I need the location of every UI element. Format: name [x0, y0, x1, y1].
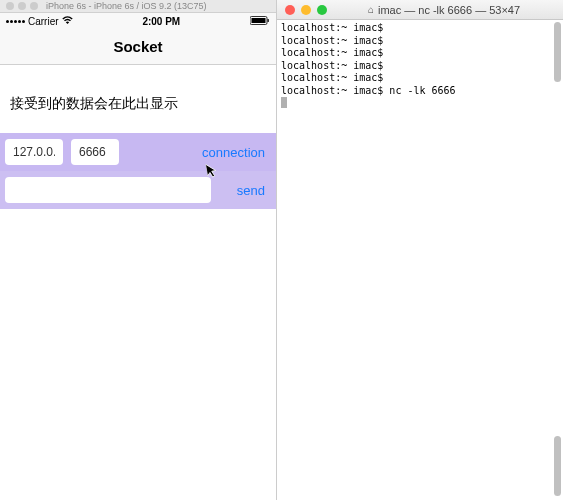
terminal-line: localhost:~ imac$ — [281, 22, 559, 35]
navigation-bar: Socket — [0, 29, 276, 65]
port-input[interactable] — [71, 139, 119, 165]
minimize-icon[interactable] — [18, 2, 26, 10]
signal-icon — [6, 20, 25, 23]
home-folder-icon: ⌂ — [368, 4, 374, 15]
close-icon[interactable] — [285, 5, 295, 15]
status-time: 2:00 PM — [142, 16, 180, 27]
connection-button[interactable]: connection — [196, 141, 271, 164]
battery-icon — [250, 16, 270, 27]
ios-status-bar: Carrier 2:00 PM — [0, 13, 276, 29]
zoom-icon[interactable] — [30, 2, 38, 10]
ios-simulator-window: iPhone 6s - iPhone 6s / iOS 9.2 (13C75) … — [0, 0, 276, 500]
terminal-scrollbar[interactable] — [554, 20, 561, 498]
connection-row: connection — [0, 133, 276, 171]
message-input[interactable] — [5, 177, 211, 203]
carrier-label: Carrier — [28, 16, 59, 27]
simulator-titlebar: iPhone 6s - iPhone 6s / iOS 9.2 (13C75) — [0, 0, 276, 13]
app-content: 接受到的数据会在此出显示 connection send — [0, 65, 276, 500]
terminal-line: localhost:~ imac$ nc -lk 6666 — [281, 85, 559, 98]
terminal-cursor — [281, 97, 287, 108]
send-button[interactable]: send — [231, 179, 271, 202]
svg-rect-2 — [267, 19, 268, 22]
minimize-icon[interactable] — [301, 5, 311, 15]
simulator-window-title: iPhone 6s - iPhone 6s / iOS 9.2 (13C75) — [46, 1, 207, 11]
svg-rect-1 — [251, 18, 265, 23]
ip-input[interactable] — [5, 139, 63, 165]
traffic-lights[interactable] — [6, 2, 38, 10]
terminal-titlebar: ⌂ imac — nc -lk 6666 — 53×47 — [277, 0, 563, 20]
send-row: send — [0, 171, 276, 209]
terminal-window: ⌂ imac — nc -lk 6666 — 53×47 localhost:~… — [276, 0, 563, 500]
page-title: Socket — [113, 38, 162, 55]
terminal-output[interactable]: localhost:~ imac$localhost:~ imac$localh… — [277, 20, 563, 500]
received-data-label: 接受到的数据会在此出显示 — [0, 65, 276, 133]
terminal-window-title: ⌂ imac — nc -lk 6666 — 53×47 — [333, 4, 555, 16]
close-icon[interactable] — [6, 2, 14, 10]
scrollbar-thumb[interactable] — [554, 436, 561, 496]
terminal-line: localhost:~ imac$ — [281, 72, 559, 85]
wifi-icon — [62, 16, 73, 27]
terminal-line: localhost:~ imac$ — [281, 60, 559, 73]
scrollbar-thumb[interactable] — [554, 22, 561, 82]
zoom-icon[interactable] — [317, 5, 327, 15]
terminal-line: localhost:~ imac$ — [281, 35, 559, 48]
terminal-line: localhost:~ imac$ — [281, 47, 559, 60]
